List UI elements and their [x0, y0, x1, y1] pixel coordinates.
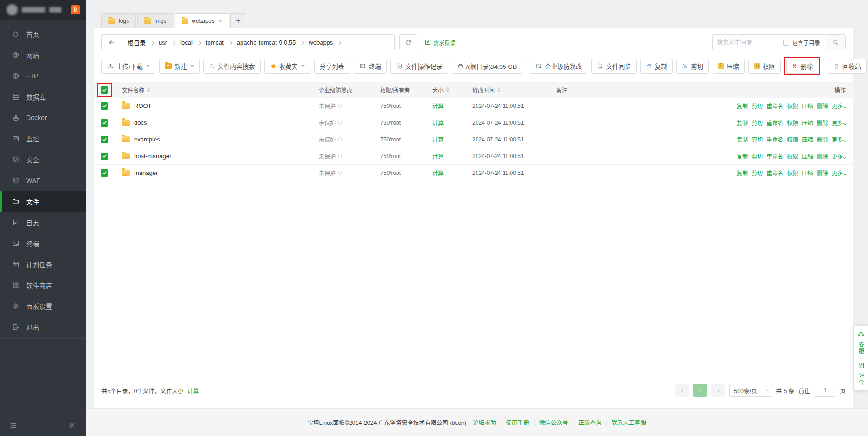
notification-badge[interactable]: 0 [71, 5, 80, 14]
action-perm[interactable]: 权限 [787, 169, 798, 177]
sidebar-item-docker[interactable]: Docker [0, 107, 86, 128]
breadcrumb-segment[interactable]: webapps [309, 39, 333, 46]
breadcrumb-segment[interactable]: apache-tomcat-9.0.55 [237, 39, 296, 46]
sidebar-item-waf[interactable]: WAF [0, 170, 86, 191]
action-delete[interactable]: 删除 [817, 135, 828, 143]
calc-size-link[interactable]: 计算 [432, 103, 444, 110]
sidebar-item-cron[interactable]: 计划任务 [0, 254, 86, 275]
action-delete[interactable]: 删除 [817, 119, 828, 127]
copy-button[interactable]: 复制 [640, 59, 673, 74]
tab-webapps[interactable]: webapps × [175, 13, 229, 28]
action-copy[interactable]: 复制 [737, 102, 748, 110]
sidebar-item-home[interactable]: 首页 [0, 23, 86, 44]
action-more[interactable]: 更多 [832, 119, 846, 127]
action-copy[interactable]: 复制 [737, 152, 748, 160]
sidebar-item-ftp[interactable]: FTP [0, 65, 86, 86]
action-perm[interactable]: 权限 [787, 152, 798, 160]
action-perm[interactable]: 权限 [787, 119, 798, 127]
folder-name-cell[interactable]: host-manager [122, 153, 319, 160]
sidebar-item-database[interactable]: 数据库 [0, 86, 86, 107]
collapse-sidebar-icon[interactable] [9, 422, 17, 429]
select-all-checkbox[interactable] [101, 86, 108, 94]
action-delete[interactable]: 删除 [817, 169, 828, 177]
action-delete[interactable]: 删除 [817, 152, 828, 160]
folder-name-cell[interactable]: manager [122, 169, 319, 176]
folder-name-cell[interactable]: ROOT [122, 102, 319, 109]
bottom-gear-icon[interactable] [68, 422, 75, 429]
sort-control[interactable] [446, 87, 450, 92]
action-delete[interactable]: 删除 [817, 102, 828, 110]
action-copy[interactable]: 复制 [737, 135, 748, 143]
permissions-button[interactable]: 权限 [748, 59, 781, 74]
action-cut[interactable]: 剪切 [752, 169, 763, 177]
action-compress[interactable]: 压缩 [802, 135, 813, 143]
action-perm[interactable]: 权限 [787, 102, 798, 110]
prev-page-button[interactable]: ‹ [675, 384, 689, 397]
compress-button[interactable]: 压缩 [713, 59, 745, 74]
sidebar-item-appstore[interactable]: 软件商店 [0, 275, 86, 295]
breadcrumb-segment[interactable]: local [180, 39, 193, 46]
row-checkbox[interactable] [101, 136, 108, 143]
file-sync-button[interactable]: 文件同步 [591, 59, 636, 74]
customer-service-link[interactable]: 客服 [857, 341, 865, 355]
sidebar-item-files[interactable]: 文件 [0, 191, 86, 212]
footer-link-manual[interactable]: 使用手册 [506, 418, 529, 427]
action-more[interactable]: 更多 [832, 169, 846, 177]
tab-logs[interactable]: logs [101, 13, 136, 28]
content-search-button[interactable]: 文件内容搜索 [203, 59, 261, 74]
sidebar-item-terminal[interactable]: 终端 [0, 233, 86, 254]
search-button[interactable] [826, 35, 845, 50]
action-compress[interactable]: 压缩 [802, 119, 813, 127]
new-button[interactable]: 新建 [159, 59, 200, 74]
current-page-button[interactable]: 1 [693, 384, 707, 397]
action-compress[interactable]: 压缩 [802, 169, 813, 177]
row-checkbox[interactable] [101, 153, 108, 160]
action-copy[interactable]: 复制 [737, 169, 748, 177]
action-compress[interactable]: 压缩 [802, 152, 813, 160]
feedback-link[interactable]: 需求反馈 [424, 39, 456, 47]
sidebar-item-security[interactable]: 安全 [0, 149, 86, 170]
sort-control[interactable] [497, 87, 501, 92]
action-rename[interactable]: 重命名 [767, 152, 783, 160]
breadcrumb-segment[interactable]: 根目录 [128, 38, 146, 47]
calc-size-link[interactable]: 计算 [432, 137, 444, 143]
sidebar-item-settings[interactable]: 面板设置 [0, 295, 86, 316]
breadcrumb-segment[interactable]: usr [159, 39, 167, 46]
goto-page-input[interactable] [814, 384, 835, 397]
action-rename[interactable]: 重命名 [767, 169, 783, 177]
action-cut[interactable]: 剪切 [752, 152, 763, 160]
row-checkbox[interactable] [101, 119, 108, 127]
row-checkbox[interactable] [101, 169, 108, 177]
upload-download-button[interactable]: 上传/下载 [101, 59, 155, 74]
action-rename[interactable]: 重命名 [767, 119, 783, 127]
action-more[interactable]: 更多 [832, 135, 846, 143]
cut-button[interactable]: 剪切 [676, 59, 709, 74]
action-cut[interactable]: 剪切 [752, 119, 763, 127]
row-checkbox[interactable] [101, 102, 108, 110]
calc-size-link[interactable]: 计算 [432, 154, 444, 160]
file-operations-log-button[interactable]: 文件操作记录 [390, 59, 448, 74]
sidebar-item-website[interactable]: 网站 [0, 44, 86, 65]
next-page-button[interactable]: › [711, 384, 725, 397]
action-cut[interactable]: 剪切 [752, 135, 763, 143]
calc-size-link[interactable]: 计算 [432, 120, 444, 127]
share-list-button[interactable]: 分享列表 [314, 59, 350, 74]
action-perm[interactable]: 权限 [787, 135, 798, 143]
page-size-select[interactable]: 500条/页 [729, 384, 772, 397]
breadcrumb-segment[interactable]: tomcat [206, 39, 224, 46]
subdir-checkbox[interactable] [783, 40, 789, 46]
action-rename[interactable]: 重命名 [767, 135, 783, 143]
refresh-button[interactable] [399, 34, 417, 50]
add-tab-button[interactable]: + [230, 13, 246, 28]
back-button[interactable] [102, 35, 121, 50]
footer-link-license[interactable]: 正版查询 [578, 418, 601, 427]
action-rename[interactable]: 重命名 [767, 102, 783, 110]
calc-size-link[interactable]: 计算 [432, 170, 444, 177]
tamper-proof-button[interactable]: 企业级防篡改 [530, 59, 587, 74]
terminal-button[interactable]: 终端 [354, 59, 387, 74]
search-input[interactable] [713, 39, 783, 46]
folder-name-cell[interactable]: examples [122, 136, 319, 143]
action-copy[interactable]: 复制 [737, 119, 748, 127]
feedback-rate-link[interactable]: 评价 [857, 372, 865, 386]
action-more[interactable]: 更多 [832, 102, 846, 110]
